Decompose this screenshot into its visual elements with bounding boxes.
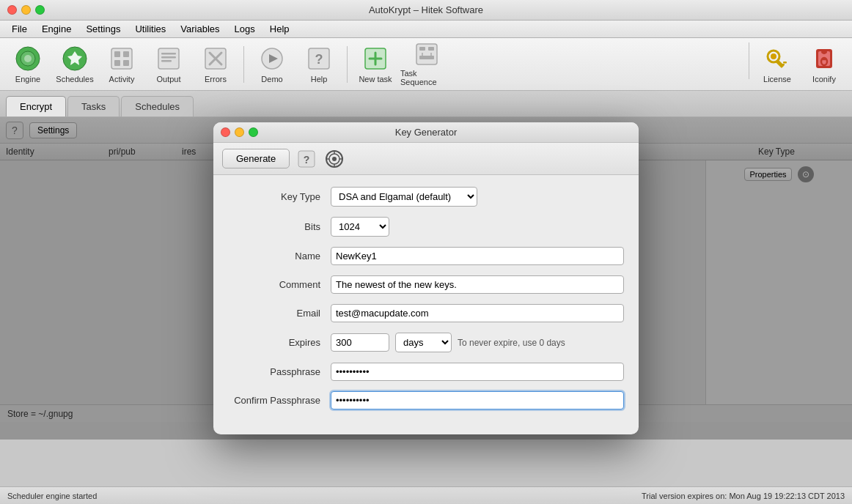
name-label: Name (228, 251, 331, 262)
title-bar: AutoKrypt – Hitek Software (0, 0, 852, 21)
svg-point-31 (771, 53, 776, 59)
svg-rect-8 (114, 60, 120, 66)
confirm-passphrase-label: Confirm Passphrase (228, 395, 331, 406)
toolbar-activity[interactable]: Activity (100, 42, 144, 86)
svg-point-45 (332, 157, 337, 161)
tab-encrypt[interactable]: Encrypt (6, 96, 66, 116)
confirm-passphrase-row: Confirm Passphrase (228, 391, 624, 410)
svg-rect-34 (783, 62, 787, 64)
menu-logs[interactable]: Logs (229, 22, 261, 36)
dialog-title-bar: Key Generator (213, 122, 639, 143)
maximize-button[interactable] (35, 5, 45, 15)
bits-select[interactable]: 102420484096 (331, 217, 389, 237)
menu-bar: File Engine Settings Utilities Variables… (0, 21, 852, 38)
dialog-title: Key Generator (395, 127, 458, 138)
svg-rect-24 (416, 44, 437, 64)
toolbar-errors[interactable]: Errors (194, 42, 238, 86)
toolbar-license[interactable]: License (755, 42, 799, 86)
toolbar-engine[interactable]: Engine (6, 42, 50, 86)
menu-settings[interactable]: Settings (80, 22, 126, 36)
trial-status: Trial version expires on: Mon Aug 19 19:… (642, 492, 845, 500)
key-generator-dialog: Key Generator Generate ? (213, 122, 639, 434)
tasksequence-label: Task Sequence (400, 69, 453, 86)
svg-rect-11 (161, 53, 176, 55)
name-input[interactable] (331, 247, 624, 265)
newtask-label: New task (359, 75, 392, 84)
menu-engine[interactable]: Engine (36, 22, 77, 36)
comment-row: Comment (228, 275, 624, 294)
menu-file[interactable]: File (6, 22, 33, 36)
close-button[interactable] (7, 5, 17, 15)
expires-unit-select[interactable]: daysweeksmonthsyears (395, 333, 452, 352)
svg-rect-6 (114, 51, 120, 57)
menu-variables[interactable]: Variables (175, 22, 225, 36)
dialog-help-button[interactable]: ? (295, 148, 317, 170)
window-controls[interactable] (7, 5, 45, 15)
toolbar-separator-2 (347, 46, 348, 83)
newtask-icon (362, 45, 389, 72)
demo-label: Demo (261, 75, 282, 84)
dialog-form: Key Type DSA and Elgamal (default)DSA (s… (213, 175, 639, 434)
demo-icon (259, 45, 285, 72)
toolbar-output[interactable]: Output (147, 42, 191, 86)
expires-controls: daysweeksmonthsyears To never expire, us… (331, 333, 565, 352)
menu-utilities[interactable]: Utilities (129, 22, 172, 36)
dialog-target-button[interactable] (323, 148, 345, 170)
svg-rect-26 (428, 47, 434, 51)
toolbar-demo[interactable]: Demo (250, 42, 294, 86)
dialog-maximize-button[interactable] (249, 127, 258, 137)
passphrase-label: Passphrase (228, 366, 331, 377)
passphrase-input[interactable] (331, 363, 624, 381)
key-type-label: Key Type (228, 191, 331, 202)
menu-help[interactable]: Help (264, 22, 295, 36)
output-label: Output (156, 75, 180, 84)
toolbar-right: License Iconify (746, 42, 846, 86)
tasksequence-icon (414, 42, 440, 66)
key-type-row: Key Type DSA and Elgamal (default)DSA (s… (228, 187, 624, 207)
expires-label: Expires (228, 337, 331, 348)
dialog-minimize-button[interactable] (235, 127, 244, 137)
expires-note: To never expire, use 0 days (458, 338, 565, 348)
minimize-button[interactable] (21, 5, 31, 15)
key-type-select[interactable]: DSA and Elgamal (default)DSA (sign only)… (331, 187, 477, 207)
bits-label: Bits (228, 221, 331, 232)
toolbar-schedules[interactable]: Schedules (53, 42, 97, 86)
toolbar-tasksequence[interactable]: Task Sequence (400, 42, 453, 86)
passphrase-row: Passphrase (228, 363, 624, 381)
svg-text:?: ? (304, 154, 310, 166)
toolbar-help[interactable]: ? Help (297, 42, 341, 86)
email-input[interactable] (331, 304, 624, 322)
comment-input[interactable] (331, 275, 624, 294)
activity-icon (109, 45, 135, 72)
svg-text:?: ? (315, 52, 323, 67)
scheduler-status: Scheduler engine started (7, 492, 97, 500)
tab-schedules[interactable]: Schedules (121, 96, 194, 116)
activity-label: Activity (109, 75, 135, 84)
app-title: AutoKrypt – Hitek Software (369, 4, 483, 15)
bits-row: Bits 102420484096 (228, 217, 624, 237)
svg-rect-10 (158, 48, 179, 69)
iconify-label: Iconify (812, 75, 836, 84)
svg-point-2 (24, 55, 32, 62)
svg-rect-25 (419, 47, 425, 51)
schedules-label: Schedules (56, 75, 93, 84)
bottom-status-bar: Scheduler engine started Trial version e… (0, 486, 852, 504)
toolbar-separator-3 (749, 42, 749, 79)
toolbar: Engine Schedules Activity (0, 38, 852, 91)
dialog-close-button[interactable] (221, 127, 230, 137)
output-icon (155, 45, 182, 72)
dialog-window-controls[interactable] (221, 127, 258, 137)
comment-label: Comment (228, 279, 331, 290)
main-area: ? Settings Identity pri/pub ires Key Typ… (0, 117, 852, 440)
engine-label: Engine (15, 75, 40, 84)
generate-button[interactable]: Generate (222, 149, 290, 168)
schedules-icon (62, 45, 88, 72)
confirm-passphrase-input[interactable] (331, 391, 624, 410)
toolbar-iconify[interactable]: Iconify (802, 42, 846, 86)
iconify-icon (811, 45, 837, 72)
expires-row: Expires daysweeksmonthsyears To never ex… (228, 333, 624, 352)
toolbar-newtask[interactable]: New task (353, 42, 397, 86)
help-icon: ? (306, 45, 332, 72)
expires-input[interactable] (331, 333, 389, 352)
tab-tasks[interactable]: Tasks (67, 96, 120, 116)
